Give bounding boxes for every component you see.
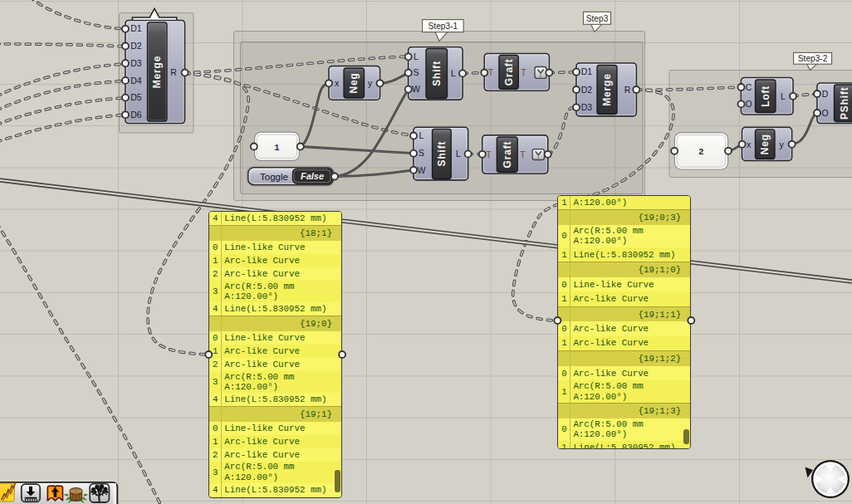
- svg-text:S: S: [413, 67, 419, 77]
- svg-text:2: 2: [698, 147, 703, 157]
- svg-text:Merge: Merge: [601, 73, 613, 105]
- svg-text:D3: D3: [581, 102, 593, 112]
- svg-text:T: T: [520, 149, 526, 159]
- svg-text:S: S: [419, 148, 424, 158]
- svg-text:D1: D1: [130, 23, 142, 33]
- svg-text:Toggle: Toggle: [260, 172, 288, 182]
- svg-text:O: O: [745, 99, 752, 109]
- svg-text:Neg: Neg: [759, 134, 771, 154]
- svg-text:x: x: [335, 78, 340, 88]
- svg-text:D1: D1: [581, 66, 593, 76]
- svg-text:x: x: [747, 139, 752, 149]
- svg-text:Graft: Graft: [502, 141, 513, 169]
- svg-text:D2: D2: [581, 85, 593, 95]
- svg-text:Neg: Neg: [348, 72, 360, 93]
- svg-text:D6: D6: [130, 110, 142, 120]
- svg-text:T: T: [486, 149, 492, 159]
- svg-text:Merge: Merge: [151, 56, 163, 88]
- svg-text:R: R: [624, 85, 631, 95]
- svg-text:O: O: [821, 108, 828, 118]
- svg-text:T: T: [488, 67, 494, 77]
- svg-text:Step3-2: Step3-2: [798, 54, 828, 63]
- svg-text:L: L: [781, 91, 786, 101]
- svg-text:L: L: [456, 149, 461, 159]
- svg-text:Shift: Shift: [431, 61, 443, 86]
- svg-text:False: False: [301, 171, 324, 181]
- svg-text:W: W: [412, 84, 420, 94]
- svg-text:R: R: [170, 67, 177, 77]
- svg-text:T: T: [521, 67, 526, 77]
- svg-text:y: y: [779, 139, 784, 149]
- svg-text:L: L: [414, 51, 419, 61]
- svg-text:Step3-1: Step3-1: [428, 22, 458, 31]
- svg-text:Step3: Step3: [586, 14, 609, 23]
- svg-text:D5: D5: [130, 92, 142, 102]
- svg-text:D: D: [822, 89, 829, 99]
- svg-text:y: y: [368, 78, 373, 88]
- svg-text:Loft: Loft: [760, 86, 771, 107]
- svg-text:D4: D4: [130, 76, 142, 86]
- svg-text:Shift: Shift: [436, 141, 448, 167]
- svg-text:Graft: Graft: [503, 59, 515, 86]
- svg-text:W: W: [418, 165, 426, 175]
- svg-text:L: L: [419, 130, 424, 140]
- svg-text:D3: D3: [130, 58, 142, 68]
- svg-text:1: 1: [274, 143, 279, 153]
- svg-text:L: L: [451, 68, 456, 78]
- svg-text:PShift: PShift: [839, 86, 850, 119]
- svg-text:D2: D2: [130, 41, 142, 51]
- svg-text:C: C: [746, 82, 752, 92]
